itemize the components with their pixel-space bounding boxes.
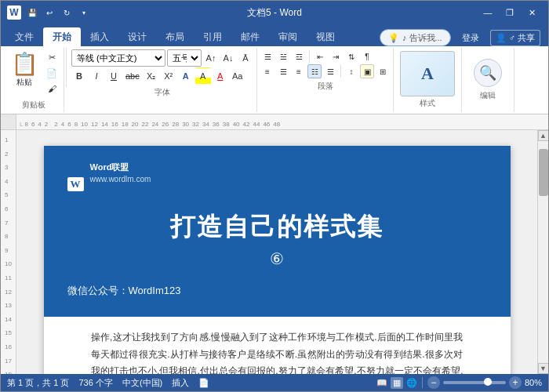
- scroll-down-button[interactable]: ▼: [538, 363, 549, 374]
- sort-button[interactable]: ⇅: [344, 49, 358, 64]
- paste-button[interactable]: 📋 粘贴: [7, 49, 42, 89]
- decrease-indent-button[interactable]: ⇤: [313, 49, 327, 64]
- tab-file[interactable]: 文件: [5, 27, 43, 46]
- restore-button[interactable]: ❐: [500, 4, 520, 21]
- tab-review[interactable]: 审阅: [269, 27, 307, 46]
- zoom-controls: − + 80%: [427, 376, 542, 389]
- format-painter-button[interactable]: 🖌: [43, 81, 60, 96]
- justify-button[interactable]: ☷: [307, 64, 322, 78]
- tab-insert[interactable]: 插入: [81, 27, 118, 46]
- status-bar: 第 1 页，共 1 页 736 个字 中文(中国) 插入 📄 📖 ▦ 🌐 − +…: [1, 374, 548, 391]
- editing-area: 🔍 编辑: [468, 57, 507, 103]
- tab-design[interactable]: 设计: [118, 27, 156, 46]
- app-window: W 💾 ↩ ↻ ▾ 文档5 - Word — ❐ ✕ 文件 开始 插入 设计 布…: [0, 0, 549, 392]
- share-button[interactable]: 👤 ♂ 共享: [490, 30, 540, 46]
- scroll-thumb[interactable]: [539, 149, 548, 196]
- cover-title: 打造自己的样式集: [67, 210, 487, 245]
- superscript-button[interactable]: X²: [161, 67, 176, 85]
- font-size-aa-button[interactable]: Aa: [230, 67, 245, 85]
- ribbon-tab-bar: 文件 开始 插入 设计 布局 引用 邮件 审阅 视图 💡 ♪ 告诉我... 登录…: [1, 24, 548, 46]
- multilevel-button[interactable]: ☲: [292, 49, 306, 64]
- tell-me-text: ♪ 告诉我...: [402, 32, 442, 44]
- font-color-button[interactable]: A: [213, 67, 228, 85]
- subscript-button[interactable]: X₂: [144, 67, 159, 85]
- line-spacing-button[interactable]: ↕: [344, 64, 358, 78]
- paste-label: 粘贴: [16, 77, 32, 88]
- distributed-button[interactable]: ☰: [323, 64, 337, 78]
- cut-button[interactable]: ✂: [43, 49, 60, 65]
- borders-button[interactable]: ⊞: [376, 64, 390, 78]
- scroll-track[interactable]: [538, 141, 549, 363]
- align-left-button[interactable]: ≡: [260, 64, 274, 78]
- align-right-button[interactable]: ≡: [292, 64, 306, 78]
- view-print-icon[interactable]: 📖: [376, 378, 387, 388]
- tab-home[interactable]: 开始: [43, 27, 81, 46]
- tell-me-input[interactable]: 💡 ♪ 告诉我...: [380, 29, 451, 46]
- customize-qat-icon[interactable]: ▾: [78, 6, 90, 19]
- text-effect-button[interactable]: A: [178, 67, 194, 85]
- view-layout-icon[interactable]: ▦: [391, 377, 403, 389]
- word-count: 736 个字: [78, 377, 112, 389]
- zoom-slider[interactable]: [443, 381, 506, 384]
- font-size-select[interactable]: 五号: [167, 49, 202, 67]
- tab-mailings[interactable]: 邮件: [231, 27, 269, 46]
- clear-format-button[interactable]: Ā: [238, 49, 253, 67]
- font-label: 字体: [71, 87, 253, 98]
- title-bar-left: W 💾 ↩ ↻ ▾: [7, 5, 90, 20]
- view-web-icon[interactable]: 🌐: [406, 378, 417, 388]
- save-icon[interactable]: 💾: [26, 6, 38, 19]
- zoom-in-button[interactable]: +: [509, 376, 522, 389]
- show-marks-button[interactable]: ¶: [360, 49, 374, 64]
- status-left: 第 1 页，共 1 页 736 个字 中文(中国) 插入 📄: [7, 377, 209, 389]
- highlight-button[interactable]: A: [195, 67, 211, 85]
- tab-references[interactable]: 引用: [194, 27, 231, 46]
- cover-wechat: 微信公众号：WordIm123: [67, 284, 487, 298]
- close-button[interactable]: ✕: [522, 4, 542, 21]
- shading-button[interactable]: ▣: [360, 64, 374, 78]
- zoom-slider-thumb[interactable]: [484, 378, 492, 386]
- language: 中文(中国): [122, 377, 162, 389]
- share-icon: 👤: [496, 33, 507, 43]
- doc-body-text[interactable]: 操作,这才让我找到了方向感.慢慢融入到了这种工作环境与工作模式.后面的工作时间里…: [91, 329, 464, 374]
- vertical-scrollbar[interactable]: ▲ ▼: [537, 130, 548, 374]
- italic-button[interactable]: I: [89, 67, 104, 85]
- copy-button[interactable]: 📄: [43, 65, 60, 81]
- clipboard-label: 剪贴板: [22, 100, 45, 111]
- scroll-up-button[interactable]: ▲: [538, 130, 549, 141]
- zoom-out-button[interactable]: −: [427, 376, 440, 389]
- font-name-select[interactable]: 等线 (中文正文): [71, 49, 165, 67]
- document-scroll-area[interactable]: W Word联盟 www.wordlm.com 打造自己的样式集 ⑥ 微信公众号…: [16, 130, 537, 374]
- word-logo-icon: W: [7, 5, 21, 20]
- find-button[interactable]: 🔍: [474, 59, 502, 87]
- ruler-left-margin: [1, 114, 16, 129]
- styles-group: A 样式: [394, 48, 462, 112]
- undo-icon[interactable]: ↩: [43, 6, 56, 19]
- doc-icon: 📄: [198, 378, 209, 388]
- shrink-font-button[interactable]: A↓: [220, 49, 236, 67]
- underline-button[interactable]: U: [106, 67, 122, 85]
- styles-gallery[interactable]: A: [400, 51, 455, 96]
- ribbon-content: 📋 粘贴 ✂ 📄 🖌 剪贴板 等线 (中文正文) 五号: [1, 46, 548, 114]
- tab-layout[interactable]: 布局: [156, 27, 194, 46]
- share-label: ♂ 共享: [509, 32, 535, 44]
- numbering-button[interactable]: ☱: [276, 49, 290, 64]
- align-center-button[interactable]: ☰: [276, 64, 290, 78]
- tab-view[interactable]: 视图: [307, 27, 344, 46]
- strikethrough-button[interactable]: abc: [123, 67, 142, 85]
- minimize-button[interactable]: —: [478, 4, 498, 21]
- redo-icon[interactable]: ↻: [60, 6, 73, 19]
- paste-icon: 📋: [11, 51, 38, 77]
- bold-button[interactable]: B: [71, 67, 87, 85]
- bullets-button[interactable]: ☰: [260, 49, 274, 64]
- font-row-1: 等线 (中文正文) 五号 A↑ A↓ Ā: [71, 49, 253, 67]
- font-row-2: B I U abc X₂ X² A A A Aa: [71, 67, 253, 85]
- editing-group: 🔍 编辑: [462, 48, 514, 112]
- grow-font-button[interactable]: A↑: [203, 49, 219, 67]
- clipboard-group: 📋 粘贴 ✂ 📄 🖌 剪贴板: [4, 48, 64, 112]
- increase-indent-button[interactable]: ⇥: [329, 49, 343, 64]
- cover-block: W Word联盟 www.wordlm.com 打造自己的样式集 ⑥ 微信公众号…: [44, 146, 511, 317]
- cover-logo-w: W: [67, 177, 84, 191]
- editing-label: 编辑: [480, 90, 496, 101]
- login-button[interactable]: 登录: [457, 31, 484, 45]
- window-title: 文档5 - Word: [247, 6, 302, 20]
